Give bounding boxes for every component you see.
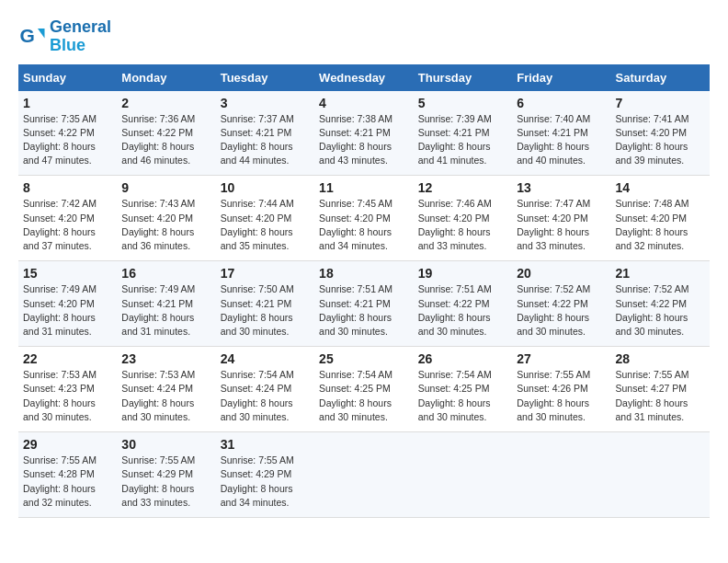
day-info: Sunrise: 7:50 AMSunset: 4:21 PMDaylight:… <box>221 283 294 337</box>
day-number: 15 <box>23 266 112 281</box>
logo-icon: G <box>18 23 46 51</box>
day-info: Sunrise: 7:49 AMSunset: 4:20 PMDaylight:… <box>23 283 97 337</box>
day-number: 9 <box>121 180 210 195</box>
weekday-header-saturday: Saturday <box>610 64 710 91</box>
day-info: Sunrise: 7:52 AMSunset: 4:22 PMDaylight:… <box>615 283 688 337</box>
day-number: 8 <box>23 180 112 195</box>
weekday-header-monday: Monday <box>117 64 215 91</box>
calendar-cell: 23 Sunrise: 7:53 AMSunset: 4:24 PMDaylig… <box>117 347 215 432</box>
day-number: 7 <box>615 96 705 110</box>
day-number: 21 <box>615 266 705 281</box>
weekday-header-sunday: Sunday <box>18 64 117 91</box>
calendar-cell: 3 Sunrise: 7:37 AMSunset: 4:21 PMDayligh… <box>216 91 314 176</box>
day-number: 16 <box>121 266 210 281</box>
day-info: Sunrise: 7:43 AMSunset: 4:20 PMDaylight:… <box>121 198 195 251</box>
day-info: Sunrise: 7:45 AMSunset: 4:20 PMDaylight:… <box>319 198 392 251</box>
day-info: Sunrise: 7:54 AMSunset: 4:24 PMDaylight:… <box>221 369 294 422</box>
calendar-cell: 10 Sunrise: 7:44 AMSunset: 4:20 PMDaylig… <box>216 176 314 261</box>
weekday-header-thursday: Thursday <box>414 64 512 91</box>
calendar-cell: 28 Sunrise: 7:55 AMSunset: 4:27 PMDaylig… <box>610 347 710 432</box>
day-number: 20 <box>517 266 606 281</box>
day-number: 4 <box>319 96 409 110</box>
calendar-cell <box>414 432 512 518</box>
calendar-cell: 29 Sunrise: 7:55 AMSunset: 4:28 PMDaylig… <box>18 432 117 518</box>
day-number: 14 <box>615 180 705 195</box>
calendar-cell: 30 Sunrise: 7:55 AMSunset: 4:29 PMDaylig… <box>117 432 215 518</box>
svg-text:G: G <box>20 25 35 46</box>
calendar-cell: 18 Sunrise: 7:51 AMSunset: 4:21 PMDaylig… <box>314 261 414 347</box>
calendar-cell: 15 Sunrise: 7:49 AMSunset: 4:20 PMDaylig… <box>18 261 117 347</box>
day-number: 6 <box>517 96 606 110</box>
calendar-cell: 27 Sunrise: 7:55 AMSunset: 4:26 PMDaylig… <box>512 347 610 432</box>
day-info: Sunrise: 7:48 AMSunset: 4:20 PMDaylight:… <box>615 198 688 251</box>
day-number: 13 <box>517 180 606 195</box>
calendar-cell: 14 Sunrise: 7:48 AMSunset: 4:20 PMDaylig… <box>610 176 710 261</box>
day-number: 22 <box>23 351 112 366</box>
weekday-header-friday: Friday <box>512 64 610 91</box>
day-number: 30 <box>121 437 210 452</box>
day-number: 10 <box>221 180 310 195</box>
page-header: G GeneralBlue <box>18 18 710 55</box>
day-number: 1 <box>23 96 112 110</box>
day-number: 31 <box>221 437 310 452</box>
calendar-cell: 4 Sunrise: 7:38 AMSunset: 4:21 PMDayligh… <box>314 91 414 176</box>
day-number: 11 <box>319 180 409 195</box>
day-number: 28 <box>615 351 705 366</box>
calendar-cell: 9 Sunrise: 7:43 AMSunset: 4:20 PMDayligh… <box>117 176 215 261</box>
day-number: 25 <box>319 351 409 366</box>
day-info: Sunrise: 7:54 AMSunset: 4:25 PMDaylight:… <box>319 369 392 422</box>
day-number: 19 <box>418 266 507 281</box>
calendar-cell <box>610 432 710 518</box>
calendar-cell: 31 Sunrise: 7:55 AMSunset: 4:29 PMDaylig… <box>216 432 314 518</box>
day-number: 24 <box>221 351 310 366</box>
day-info: Sunrise: 7:36 AMSunset: 4:22 PMDaylight:… <box>121 113 195 167</box>
day-info: Sunrise: 7:35 AMSunset: 4:22 PMDaylight:… <box>23 113 97 167</box>
calendar-cell: 25 Sunrise: 7:54 AMSunset: 4:25 PMDaylig… <box>314 347 414 432</box>
day-info: Sunrise: 7:47 AMSunset: 4:20 PMDaylight:… <box>517 198 590 251</box>
calendar-cell: 17 Sunrise: 7:50 AMSunset: 4:21 PMDaylig… <box>216 261 314 347</box>
calendar-cell: 12 Sunrise: 7:46 AMSunset: 4:20 PMDaylig… <box>414 176 512 261</box>
day-info: Sunrise: 7:39 AMSunset: 4:21 PMDaylight:… <box>418 113 492 167</box>
calendar-cell <box>512 432 610 518</box>
calendar-cell: 19 Sunrise: 7:51 AMSunset: 4:22 PMDaylig… <box>414 261 512 347</box>
day-info: Sunrise: 7:53 AMSunset: 4:24 PMDaylight:… <box>121 369 195 422</box>
day-info: Sunrise: 7:55 AMSunset: 4:29 PMDaylight:… <box>221 454 294 508</box>
day-info: Sunrise: 7:55 AMSunset: 4:26 PMDaylight:… <box>517 369 590 422</box>
day-info: Sunrise: 7:55 AMSunset: 4:27 PMDaylight:… <box>615 369 688 422</box>
calendar-cell: 24 Sunrise: 7:54 AMSunset: 4:24 PMDaylig… <box>216 347 314 432</box>
day-info: Sunrise: 7:51 AMSunset: 4:22 PMDaylight:… <box>418 283 492 337</box>
calendar-cell <box>314 432 414 518</box>
day-info: Sunrise: 7:42 AMSunset: 4:20 PMDaylight:… <box>23 198 97 251</box>
day-info: Sunrise: 7:55 AMSunset: 4:28 PMDaylight:… <box>23 454 97 508</box>
calendar-cell: 26 Sunrise: 7:54 AMSunset: 4:25 PMDaylig… <box>414 347 512 432</box>
calendar-cell: 13 Sunrise: 7:47 AMSunset: 4:20 PMDaylig… <box>512 176 610 261</box>
day-number: 17 <box>221 266 310 281</box>
calendar-cell: 1 Sunrise: 7:35 AMSunset: 4:22 PMDayligh… <box>18 91 117 176</box>
day-info: Sunrise: 7:55 AMSunset: 4:29 PMDaylight:… <box>121 454 195 508</box>
day-number: 23 <box>121 351 210 366</box>
calendar-week-row: 1 Sunrise: 7:35 AMSunset: 4:22 PMDayligh… <box>18 91 710 176</box>
weekday-header-wednesday: Wednesday <box>314 64 414 91</box>
calendar-cell: 11 Sunrise: 7:45 AMSunset: 4:20 PMDaylig… <box>314 176 414 261</box>
calendar-cell: 2 Sunrise: 7:36 AMSunset: 4:22 PMDayligh… <box>117 91 215 176</box>
logo-text: GeneralBlue <box>50 18 111 55</box>
day-number: 26 <box>418 351 507 366</box>
calendar-cell: 21 Sunrise: 7:52 AMSunset: 4:22 PMDaylig… <box>610 261 710 347</box>
calendar-cell: 6 Sunrise: 7:40 AMSunset: 4:21 PMDayligh… <box>512 91 610 176</box>
calendar-week-row: 22 Sunrise: 7:53 AMSunset: 4:23 PMDaylig… <box>18 347 710 432</box>
day-number: 3 <box>221 96 310 110</box>
day-number: 5 <box>418 96 507 110</box>
day-info: Sunrise: 7:51 AMSunset: 4:21 PMDaylight:… <box>319 283 392 337</box>
day-info: Sunrise: 7:37 AMSunset: 4:21 PMDaylight:… <box>221 113 294 167</box>
calendar-table: SundayMondayTuesdayWednesdayThursdayFrid… <box>18 64 710 518</box>
day-info: Sunrise: 7:49 AMSunset: 4:21 PMDaylight:… <box>121 283 195 337</box>
weekday-header-tuesday: Tuesday <box>216 64 314 91</box>
day-info: Sunrise: 7:38 AMSunset: 4:21 PMDaylight:… <box>319 113 392 167</box>
day-number: 2 <box>121 96 210 110</box>
day-info: Sunrise: 7:40 AMSunset: 4:21 PMDaylight:… <box>517 113 590 167</box>
day-info: Sunrise: 7:54 AMSunset: 4:25 PMDaylight:… <box>418 369 492 422</box>
calendar-week-row: 29 Sunrise: 7:55 AMSunset: 4:28 PMDaylig… <box>18 432 710 518</box>
calendar-cell: 5 Sunrise: 7:39 AMSunset: 4:21 PMDayligh… <box>414 91 512 176</box>
logo: G GeneralBlue <box>18 18 111 55</box>
calendar-cell: 22 Sunrise: 7:53 AMSunset: 4:23 PMDaylig… <box>18 347 117 432</box>
